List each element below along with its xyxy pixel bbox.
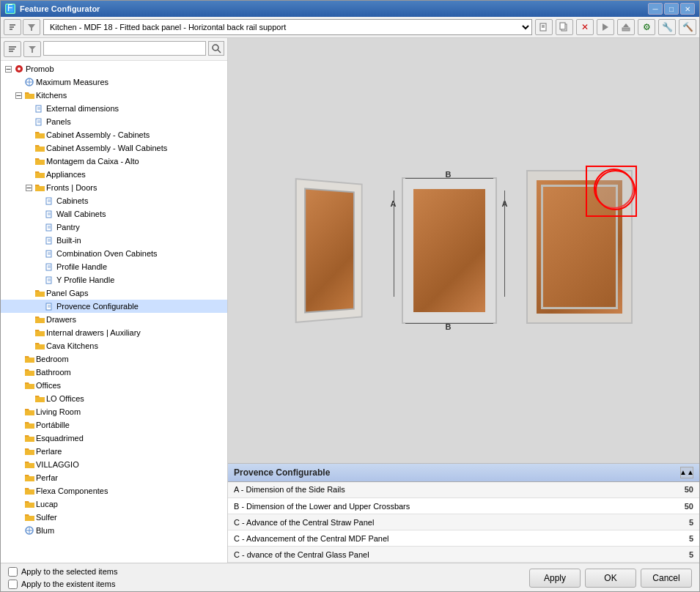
expand-btn-drawers[interactable] [24, 315, 33, 324]
tree-item-cabinets[interactable]: Cabinets [1, 194, 227, 207]
tree-item-cab-assembly[interactable]: Cabinet Assembly - Cabinets [1, 128, 227, 141]
tree-item-living-room[interactable]: Living Room [1, 405, 227, 418]
tree-item-wall-cabinets[interactable]: Wall Cabinets [1, 207, 227, 221]
property-value-2[interactable]: 5 [655, 514, 699, 530]
expand-btn-cabinets[interactable] [34, 196, 43, 205]
expand-btn-portabille[interactable] [14, 421, 23, 429]
toolbar-import[interactable] [617, 19, 635, 35]
expand-btn-perfar[interactable] [14, 473, 23, 482]
expand-btn-bedroom[interactable] [14, 355, 23, 363]
expand-btn-lucap[interactable] [14, 500, 23, 508]
expand-btn-wall-cabinets[interactable] [34, 210, 43, 218]
expand-btn-y-profile[interactable] [34, 275, 43, 284]
expand-btn-external-dim[interactable] [24, 104, 33, 113]
toolbar-delete[interactable]: ✕ [576, 19, 594, 35]
expand-btn-panel-gaps[interactable] [24, 289, 33, 297]
expand-btn-bathroom[interactable] [14, 368, 23, 377]
tree-item-panel-gaps[interactable]: Panel Gaps [1, 286, 227, 300]
expand-btn-built-in[interactable] [34, 236, 43, 245]
tree-item-cava-kitchens[interactable]: Cava Kitchens [1, 339, 227, 352]
tree-item-lucap[interactable]: Lucap [1, 497, 227, 511]
expand-btn-lo-offices[interactable] [24, 394, 33, 403]
tree-item-max-measures[interactable]: Maximum Measures [1, 75, 227, 89]
tree-item-sulfer[interactable]: Sulfer [1, 511, 227, 524]
collapse-btn[interactable]: ▲▲ [680, 467, 693, 478]
tree-item-blum[interactable]: Blum [1, 524, 227, 537]
expand-btn-villaggio[interactable] [14, 460, 23, 469]
expand-btn-offices[interactable] [14, 381, 23, 390]
checkbox-existent[interactable] [8, 580, 18, 589]
expand-btn-living-room[interactable] [14, 407, 23, 416]
tree-item-drawers[interactable]: Drawers [1, 313, 227, 326]
apply-button[interactable]: Apply [529, 569, 581, 588]
toolbar-play[interactable] [597, 19, 614, 35]
window-controls[interactable]: ─ □ ✕ [648, 3, 695, 15]
expand-btn-perlare[interactable] [14, 447, 23, 456]
toolbar-copy[interactable] [556, 19, 573, 35]
property-value-1[interactable]: 50 [655, 498, 699, 514]
minimize-btn[interactable]: ─ [648, 3, 663, 15]
expand-btn-blum[interactable] [14, 526, 23, 535]
tree-item-built-in[interactable]: Built-in [1, 234, 227, 247]
expand-btn-fronts-doors[interactable] [24, 183, 33, 192]
tree-item-montagem[interactable]: Montagem da Caixa - Alto [1, 155, 227, 168]
toolbar-btn-filter[interactable] [23, 19, 40, 35]
search-button[interactable] [208, 41, 224, 56]
toolbar-wrench[interactable]: 🔧 [658, 19, 676, 35]
expand-btn-cava-kitchens[interactable] [24, 341, 33, 350]
tree-item-perfar[interactable]: Perfar [1, 471, 227, 484]
expand-btn-appliances[interactable] [24, 170, 33, 179]
property-value-4[interactable]: 5 [655, 547, 699, 563]
tree-item-internal-drawers[interactable]: Internal drawers | Auxiliary [1, 326, 227, 339]
tree-item-offices[interactable]: Offices [1, 379, 227, 392]
property-value-0[interactable]: 50 [655, 482, 699, 498]
ok-button[interactable]: OK [585, 569, 636, 588]
expand-btn-panels[interactable] [24, 117, 33, 126]
tree-item-appliances[interactable]: Appliances [1, 168, 227, 181]
expand-btn-sulfer[interactable] [14, 513, 23, 522]
tree-item-bathroom[interactable]: Bathroom [1, 366, 227, 379]
toolbar-new[interactable] [535, 19, 553, 35]
expand-btn-internal-drawers[interactable] [24, 328, 33, 337]
tree-item-y-profile[interactable]: Y Profile Handle [1, 273, 227, 286]
expand-btn-kitchens[interactable] [14, 91, 23, 100]
expand-btn-profile-handle[interactable] [34, 262, 43, 271]
tree-item-bedroom[interactable]: Bedroom [1, 352, 227, 366]
cancel-button[interactable]: Cancel [641, 569, 692, 588]
expand-btn-cab-assembly[interactable] [24, 130, 33, 139]
toolbar-btn-sort[interactable] [4, 19, 21, 35]
tree-item-combo-oven[interactable]: Combination Oven Cabinets [1, 247, 227, 260]
tree-item-lo-offices[interactable]: LO Offices [1, 392, 227, 405]
expand-btn-montagem[interactable] [24, 157, 33, 166]
tree-item-esquadrimed[interactable]: Esquadrimed [1, 432, 227, 445]
tree-item-portabille[interactable]: Portábille [1, 418, 227, 432]
property-value-3[interactable]: 5 [655, 530, 699, 547]
tree-item-promob[interactable]: Promob [1, 62, 227, 75]
tree-item-fronts-doors[interactable]: Fronts | Doors [1, 181, 227, 194]
tree-item-cab-wall[interactable]: Cabinet Assembly - Wall Cabinets [1, 141, 227, 155]
search-input[interactable] [43, 41, 206, 56]
expand-btn-combo-oven[interactable] [34, 249, 43, 258]
expand-btn-esquadrimed[interactable] [14, 434, 23, 443]
tree-item-perlare[interactable]: Perlare [1, 445, 227, 458]
tree-item-panels[interactable]: Panels [1, 115, 227, 128]
tree-item-pantry[interactable]: Pantry [1, 221, 227, 234]
tree-item-provence[interactable]: Provence Configurable [1, 300, 227, 313]
close-btn[interactable]: ✕ [680, 3, 695, 15]
toolbar-gear[interactable]: ⚙ [638, 19, 655, 35]
maximize-btn[interactable]: □ [664, 3, 679, 15]
expand-btn-flexa[interactable] [14, 486, 23, 495]
toolbar-hammer[interactable]: 🔨 [679, 19, 696, 35]
config-dropdown[interactable]: Kitchen - MDF 18 - Fitted back panel - H… [43, 19, 532, 35]
expand-btn-pantry[interactable] [34, 223, 43, 232]
tree-filter-btn[interactable] [23, 41, 41, 57]
tree-item-kitchens[interactable]: Kitchens [1, 89, 227, 102]
tree-item-villaggio[interactable]: VILLAGGIO [1, 458, 227, 471]
expand-btn-max-measures[interactable] [14, 78, 23, 86]
checkbox-selected[interactable] [8, 567, 18, 577]
tree-sort-btn[interactable] [4, 41, 21, 57]
expand-btn-provence[interactable] [34, 302, 43, 311]
tree-item-profile-handle[interactable]: Profile Handle [1, 260, 227, 273]
expand-btn-promob[interactable] [4, 64, 12, 73]
expand-btn-cab-wall[interactable] [24, 144, 33, 152]
